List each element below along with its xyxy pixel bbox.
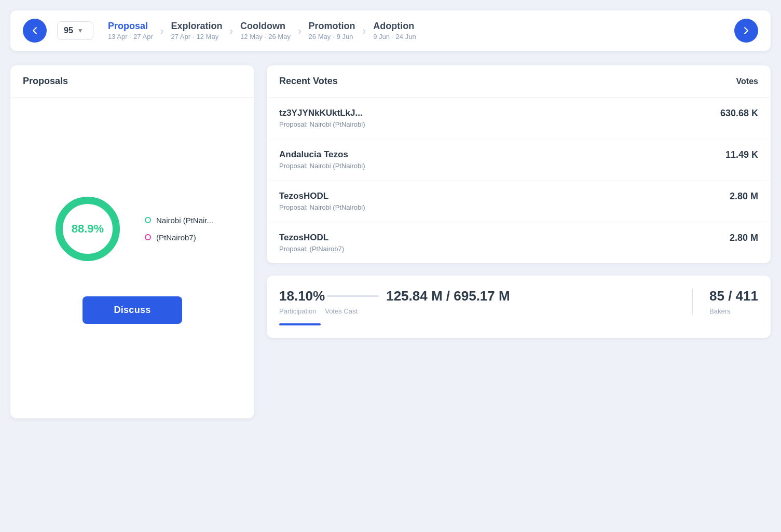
vote-amount: 630.68 K bbox=[720, 108, 758, 119]
phase-date-exploration: 27 Apr - 12 May bbox=[171, 33, 218, 40]
back-button[interactable] bbox=[23, 19, 47, 43]
stats-card: 18.10% Participation 125.84 M / 695.17 M… bbox=[267, 276, 771, 338]
phase-content-promotion: Promotion 26 May - 9 Jun bbox=[305, 21, 360, 40]
cycle-number: 95 bbox=[64, 26, 73, 35]
phase-date-promotion: 26 May - 9 Jun bbox=[309, 33, 353, 40]
stats-bottom-bar bbox=[279, 323, 321, 325]
arrow-icon-4: › bbox=[363, 25, 366, 37]
voter-info: Andalucia Tezos Proposal: Nairobi (PtNai… bbox=[279, 149, 365, 170]
cycle-selector[interactable]: 95 ▼ bbox=[57, 21, 93, 40]
phase-item-exploration: Exploration 27 Apr - 12 May bbox=[167, 21, 226, 40]
chevron-down-icon: ▼ bbox=[77, 27, 84, 34]
donut-container: 88.9% Nairobi (PtNair... (PtNairob7) bbox=[51, 193, 213, 265]
stat-bakers: 85 / 411 Bakers bbox=[709, 288, 758, 315]
legend-item-ptnairob7: (PtNairob7) bbox=[145, 233, 213, 242]
votes-cast-label: Votes Cast bbox=[325, 307, 676, 315]
votes-header: Recent Votes Votes bbox=[267, 65, 771, 98]
phase-content-exploration: Exploration 27 Apr - 12 May bbox=[167, 21, 226, 40]
legend-dot-green bbox=[145, 217, 151, 223]
votes-cast-values: 125.84 M / 695.17 M bbox=[325, 288, 676, 304]
votes-col-header: Votes bbox=[736, 77, 758, 86]
phase-name-exploration: Exploration bbox=[171, 21, 222, 32]
nav-bar: 95 ▼ Proposal 13 Apr - 27 Apr › Explorat… bbox=[10, 10, 771, 51]
participation-label: Participation bbox=[279, 307, 325, 315]
vote-row: tz3YJYNkKUktLkJ... Proposal: Nairobi (Pt… bbox=[267, 98, 771, 139]
legend-dot-pink bbox=[145, 234, 151, 240]
donut-percentage: 88.9% bbox=[72, 222, 104, 236]
voter-name: TezosHODL bbox=[279, 233, 344, 243]
donut-legend: Nairobi (PtNair... (PtNairob7) bbox=[145, 216, 213, 242]
voter-proposal: Proposal: Nairobi (PtNairobi) bbox=[279, 203, 365, 211]
phase-item-adoption: Adoption 9 Jun - 24 Jun bbox=[369, 21, 420, 40]
phase-name-proposal: Proposal bbox=[108, 21, 148, 32]
main-content: Proposals 88.9% bbox=[10, 65, 771, 418]
arrow-icon-2: › bbox=[229, 25, 233, 37]
phase-content-cooldown: Cooldown 12 May - 26 May bbox=[236, 21, 295, 40]
legend-label-ptnairob7: (PtNairob7) bbox=[156, 233, 196, 242]
vote-row: TezosHODL Proposal: (PtNairob7) 2.80 M bbox=[267, 222, 771, 263]
proposals-body: 88.9% Nairobi (PtNair... (PtNairob7) Dis… bbox=[10, 98, 254, 418]
right-panel: Recent Votes Votes tz3YJYNkKUktLkJ... Pr… bbox=[267, 65, 771, 338]
bakers-label: Bakers bbox=[709, 307, 758, 315]
voter-name: Andalucia Tezos bbox=[279, 149, 365, 160]
forward-button[interactable] bbox=[734, 19, 758, 43]
phase-date-adoption: 9 Jun - 24 Jun bbox=[373, 33, 416, 40]
voter-proposal: Proposal: Nairobi (PtNairobi) bbox=[279, 120, 365, 128]
legend-item-nairobi: Nairobi (PtNair... bbox=[145, 216, 213, 225]
phase-date-cooldown: 12 May - 26 May bbox=[240, 33, 291, 40]
voter-info: TezosHODL Proposal: Nairobi (PtNairobi) bbox=[279, 191, 365, 211]
voter-info: TezosHODL Proposal: (PtNairob7) bbox=[279, 233, 344, 253]
donut-chart: 88.9% bbox=[51, 193, 124, 265]
bakers-value: 85 / 411 bbox=[709, 288, 758, 304]
arrow-icon-1: › bbox=[160, 25, 164, 37]
phase-content-proposal: Proposal 13 Apr - 27 Apr bbox=[104, 21, 157, 40]
recent-votes-title: Recent Votes bbox=[279, 76, 338, 87]
voter-name: tz3YJYNkKUktLkJ... bbox=[279, 108, 365, 118]
phase-item-proposal: Proposal 13 Apr - 27 Apr bbox=[104, 21, 157, 40]
phase-content-adoption: Adoption 9 Jun - 24 Jun bbox=[369, 21, 420, 40]
stat-participation: 18.10% Participation bbox=[279, 288, 325, 315]
vote-amount: 2.80 M bbox=[730, 191, 758, 202]
phase-steps: Proposal 13 Apr - 27 Apr › Exploration 2… bbox=[104, 21, 734, 40]
vote-amount: 2.80 M bbox=[730, 233, 758, 243]
phase-name-adoption: Adoption bbox=[373, 21, 414, 32]
voter-proposal: Proposal: Nairobi (PtNairobi) bbox=[279, 162, 365, 170]
vote-row: TezosHODL Proposal: Nairobi (PtNairobi) … bbox=[267, 181, 771, 222]
participation-value: 18.10% bbox=[279, 288, 325, 304]
phase-name-promotion: Promotion bbox=[309, 21, 355, 32]
phase-name-cooldown: Cooldown bbox=[240, 21, 285, 32]
votes-cast-value: 125.84 M / 695.17 M bbox=[386, 288, 510, 304]
voter-info: tz3YJYNkKUktLkJ... Proposal: Nairobi (Pt… bbox=[279, 108, 365, 128]
voter-name: TezosHODL bbox=[279, 191, 365, 201]
phase-item-promotion: Promotion 26 May - 9 Jun bbox=[305, 21, 360, 40]
votes-card: Recent Votes Votes tz3YJYNkKUktLkJ... Pr… bbox=[267, 65, 771, 263]
phase-item-cooldown: Cooldown 12 May - 26 May bbox=[236, 21, 295, 40]
vote-amount: 11.49 K bbox=[725, 149, 758, 160]
discuss-button[interactable]: Discuss bbox=[83, 296, 182, 324]
progress-bar bbox=[327, 295, 379, 297]
stat-divider bbox=[692, 289, 693, 315]
arrow-icon-3: › bbox=[298, 25, 302, 37]
proposals-card: Proposals 88.9% bbox=[10, 65, 254, 418]
stats-row: 18.10% Participation 125.84 M / 695.17 M… bbox=[279, 288, 758, 315]
legend-label-nairobi: Nairobi (PtNair... bbox=[156, 216, 213, 225]
proposals-title: Proposals bbox=[10, 65, 254, 98]
phase-date-proposal: 13 Apr - 27 Apr bbox=[108, 33, 153, 40]
vote-row: Andalucia Tezos Proposal: Nairobi (PtNai… bbox=[267, 139, 771, 181]
voter-proposal: Proposal: (PtNairob7) bbox=[279, 245, 344, 253]
stat-votes-cast: 125.84 M / 695.17 M Votes Cast bbox=[325, 288, 676, 315]
